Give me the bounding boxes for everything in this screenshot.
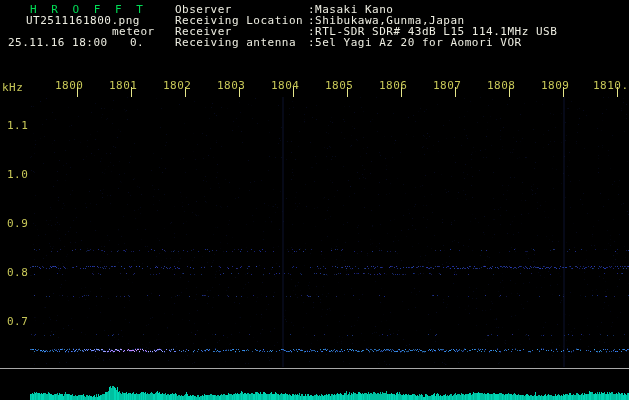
x-tick-label: 1806 bbox=[379, 80, 408, 91]
y-tick-label: 0.9 bbox=[7, 218, 28, 229]
x-tick-label: 1810. bbox=[593, 80, 629, 91]
info-value: :5el Yagi Az 20 for Aomori VOR bbox=[308, 37, 522, 48]
datetime-label: 25.11.16 18:00 bbox=[8, 37, 108, 48]
echo-counter: 0. bbox=[130, 37, 144, 48]
x-tick-label: 1805 bbox=[325, 80, 354, 91]
y-tick-label: 1.1 bbox=[7, 120, 28, 131]
x-tick-label: 1800 bbox=[55, 80, 84, 91]
y-tick-label: 1.0 bbox=[7, 169, 28, 180]
x-tick-label: 1802 bbox=[163, 80, 192, 91]
hrofft-screen: H R O F F T UT2511161800.png meteor 25.1… bbox=[0, 0, 629, 400]
y-axis-unit: kHz bbox=[2, 82, 23, 93]
x-tick-label: 1804 bbox=[271, 80, 300, 91]
x-tick-label: 1803 bbox=[217, 80, 246, 91]
x-tick-label: 1801 bbox=[109, 80, 138, 91]
x-tick-label: 1809 bbox=[541, 80, 570, 91]
spectrogram-canvas bbox=[0, 0, 629, 400]
y-tick-label: 0.8 bbox=[7, 267, 28, 278]
x-tick-label: 1808 bbox=[487, 80, 516, 91]
y-tick-label: 0.7 bbox=[7, 316, 28, 327]
info-label: Receiving antenna bbox=[175, 37, 296, 48]
x-tick-label: 1807 bbox=[433, 80, 462, 91]
